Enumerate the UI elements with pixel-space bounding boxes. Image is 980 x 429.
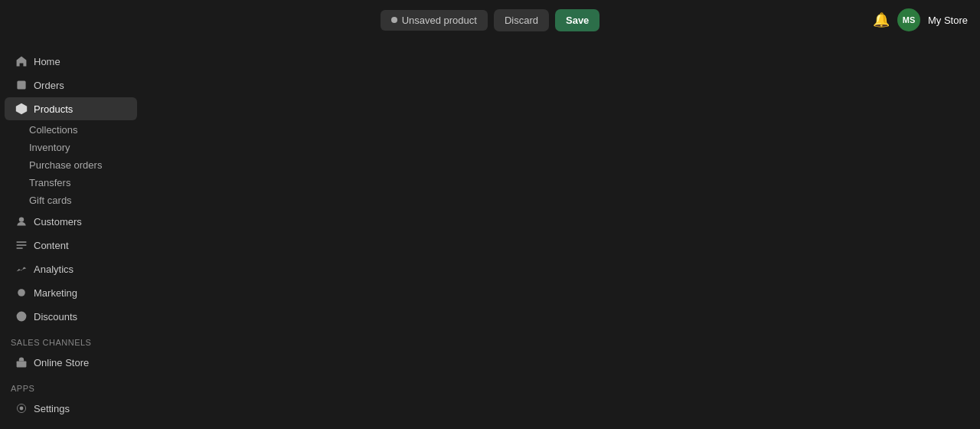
sidebar-label-settings: Settings bbox=[34, 403, 70, 414]
home-icon bbox=[15, 55, 28, 67]
svg-point-5 bbox=[17, 312, 27, 322]
sidebar-label-analytics: Analytics bbox=[34, 264, 74, 275]
sidebar-label-orders: Orders bbox=[34, 80, 64, 91]
sidebar-item-orders[interactable]: Orders bbox=[5, 74, 137, 97]
sales-channels-label: Sales channels bbox=[0, 329, 142, 350]
sidebar-item-collections[interactable]: Collections bbox=[0, 121, 142, 139]
analytics-icon bbox=[15, 263, 28, 275]
store-icon bbox=[15, 356, 28, 368]
sidebar-label-marketing: Marketing bbox=[34, 287, 77, 299]
products-icon bbox=[15, 103, 28, 115]
unsaved-badge: Unsaved product bbox=[381, 10, 488, 31]
save-button[interactable]: Save bbox=[555, 9, 599, 31]
content-icon bbox=[15, 239, 28, 251]
sidebar-item-content[interactable]: Content bbox=[5, 234, 137, 257]
avatar-initials: MS bbox=[903, 15, 916, 25]
sidebar-item-online-store[interactable]: Online Store bbox=[5, 351, 137, 374]
svg-rect-2 bbox=[17, 241, 27, 243]
svg-point-1 bbox=[19, 217, 24, 221]
discounts-icon bbox=[15, 310, 28, 323]
sidebar-label-discounts: Discounts bbox=[34, 311, 77, 323]
sidebar-item-discounts[interactable]: Discounts bbox=[5, 305, 137, 328]
apps-label: Apps bbox=[0, 375, 142, 396]
orders-icon bbox=[15, 79, 28, 91]
marketing-icon bbox=[15, 287, 28, 299]
topbar: Unsaved product Discard Save 🔔 MS My Sto… bbox=[0, 0, 980, 40]
sidebar: S Shopify Home Orders Products Collectio… bbox=[0, 0, 142, 429]
svg-rect-0 bbox=[17, 80, 25, 89]
svg-rect-4 bbox=[17, 247, 23, 249]
sidebar-item-customers[interactable]: Customers bbox=[5, 210, 137, 233]
sidebar-item-settings[interactable]: Settings bbox=[5, 397, 137, 420]
topbar-center: Unsaved product Discard Save bbox=[381, 9, 600, 31]
sidebar-label-customers: Customers bbox=[34, 216, 82, 228]
sidebar-item-products[interactable]: Products bbox=[5, 97, 137, 120]
sidebar-item-purchase-orders[interactable]: Purchase orders bbox=[0, 156, 142, 174]
sidebar-item-inventory[interactable]: Inventory bbox=[0, 139, 142, 156]
customers-icon bbox=[15, 215, 28, 228]
sidebar-item-transfers[interactable]: Transfers bbox=[0, 174, 142, 192]
discard-button[interactable]: Discard bbox=[494, 9, 549, 31]
sidebar-item-home[interactable]: Home bbox=[5, 50, 137, 73]
sidebar-label-home: Home bbox=[34, 56, 60, 67]
avatar[interactable]: MS bbox=[897, 8, 920, 31]
notification-bell-icon[interactable]: 🔔 bbox=[873, 11, 890, 28]
sidebar-item-gift-cards[interactable]: Gift cards bbox=[0, 192, 142, 209]
sidebar-label-online-store: Online Store bbox=[34, 357, 89, 368]
sidebar-item-analytics[interactable]: Analytics bbox=[5, 257, 137, 280]
unsaved-indicator bbox=[391, 17, 397, 23]
svg-rect-3 bbox=[17, 244, 27, 246]
store-name: My Store bbox=[928, 15, 968, 26]
admin-background: S Shopify Home Orders Products Collectio… bbox=[0, 0, 980, 429]
sidebar-label-content: Content bbox=[34, 240, 69, 251]
sidebar-label-products: Products bbox=[34, 103, 73, 115]
topbar-right: 🔔 MS My Store bbox=[873, 0, 968, 40]
settings-icon bbox=[15, 402, 28, 414]
unsaved-label: Unsaved product bbox=[402, 15, 477, 26]
svg-rect-6 bbox=[17, 361, 27, 367]
sidebar-item-marketing[interactable]: Marketing bbox=[5, 281, 137, 304]
svg-point-7 bbox=[20, 407, 24, 411]
